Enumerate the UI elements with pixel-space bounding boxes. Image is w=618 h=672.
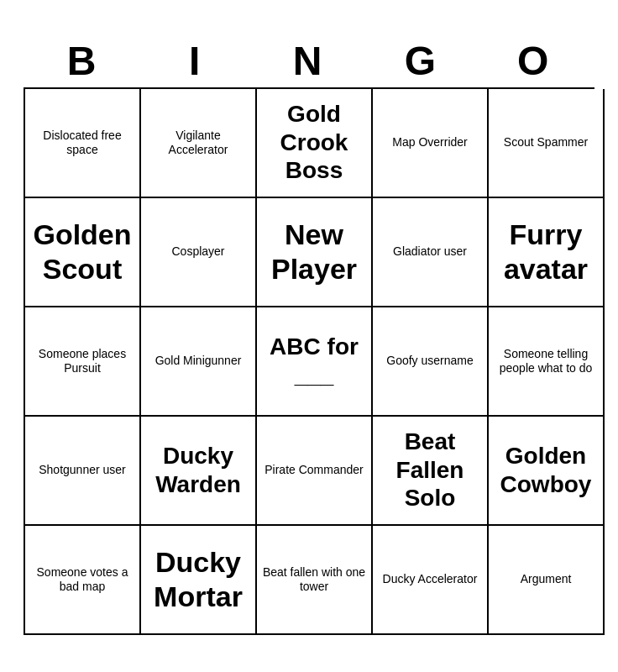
cell-text-2: Gold Crook Boss [262,100,366,185]
bingo-cell-22: Beat fallen with one tower [257,526,373,635]
bingo-cell-18: Beat Fallen Solo [373,417,489,526]
bingo-cell-7: New Player [257,198,373,307]
bingo-cell-11: Gold Minigunner [141,307,257,417]
bingo-cell-14: Someone telling people what to do [489,307,605,417]
bingo-cell-16: Ducky Warden [141,417,257,526]
header-letter-G: G [367,38,476,84]
cell-text-14: Someone telling people what to do [494,347,598,375]
cell-text-6: Cosplayer [171,244,224,259]
cell-text-19: Golden Cowboy [494,442,598,498]
cell-text-20: Someone votes a bad map [30,565,134,594]
cell-text-9: Furry avatar [494,218,598,286]
cell-text-18: Beat Fallen Solo [378,428,482,512]
bingo-cell-1: Vigilante Accelerator [141,89,257,198]
bingo-cell-4: Scout Spammer [489,89,605,198]
bingo-cell-10: Someone places Pursuit [25,307,141,417]
bingo-cell-5: Golden Scout [25,198,141,307]
cell-text-5: Golden Scout [30,218,134,286]
cell-text-8: Gladiator user [393,244,467,259]
bingo-cell-9: Furry avatar [489,198,605,307]
cell-text-7: New Player [262,218,366,286]
cell-text-16: Ducky Warden [146,442,250,498]
header-letter-B: B [29,38,138,84]
cell-text-13: Goofy username [386,354,474,368]
bingo-cell-23: Ducky Accelerator [373,526,489,635]
header-letter-O: O [480,38,589,84]
cell-text-15: Shotgunner user [39,463,126,477]
bingo-cell-19: Golden Cowboy [489,417,605,526]
bingo-cell-2: Gold Crook Boss [257,89,373,198]
bingo-cell-15: Shotgunner user [25,417,141,526]
bingo-cell-17: Pirate Commander [257,417,373,526]
bingo-cell-3: Map Overrider [373,89,489,198]
header-letter-N: N [254,38,364,84]
bingo-cell-8: Gladiator user [373,198,489,307]
cell-text-11: Gold Minigunner [155,354,242,368]
cell-text-4: Scout Spammer [504,135,588,150]
bingo-header: BINGO [24,38,594,84]
cell-text-21: Ducky Mortar [146,545,250,614]
bingo-card: BINGO Dislocated free spaceVigilante Acc… [15,29,603,643]
cell-text-17: Pirate Commander [264,463,364,477]
bingo-grid: Dislocated free spaceVigilante Accelerat… [24,87,594,635]
cell-text-3: Map Overrider [392,135,467,150]
bingo-cell-6: Cosplayer [141,198,257,307]
cell-text-1: Vigilante Accelerator [146,129,250,157]
header-letter-I: I [142,38,251,84]
cell-text-24: Argument [521,572,572,586]
bingo-cell-0: Dislocated free space [25,89,141,198]
bingo-cell-13: Goofy username [373,307,489,417]
cell-text-10: Someone places Pursuit [30,347,134,375]
bingo-cell-20: Someone votes a bad map [25,526,141,635]
cell-text-22: Beat fallen with one tower [262,565,366,594]
bingo-cell-21: Ducky Mortar [141,526,257,635]
bingo-cell-24: Argument [489,526,605,635]
cell-text-0: Dislocated free space [30,129,134,157]
cell-text-23: Ducky Accelerator [383,572,478,586]
bingo-cell-12: ABC for ___ [257,307,373,417]
cell-text-12: ABC for ___ [262,333,366,389]
